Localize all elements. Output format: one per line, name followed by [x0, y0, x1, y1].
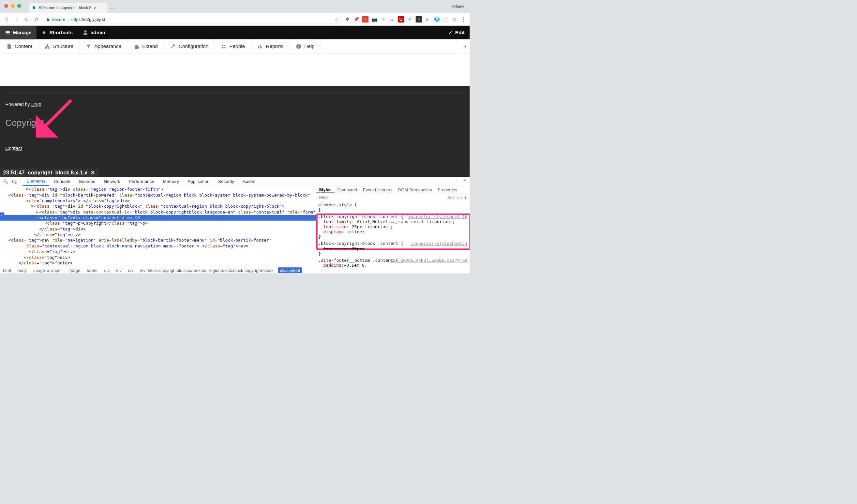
puzzle-icon — [134, 43, 139, 49]
menu-help[interactable]: ? Help — [290, 39, 321, 53]
flower-ext-icon[interactable]: ✿ — [451, 16, 458, 22]
styles-filter-input[interactable] — [319, 195, 445, 200]
svg-text:?: ? — [298, 45, 300, 48]
toolbar-user[interactable]: admin — [78, 26, 110, 39]
people-icon — [221, 43, 226, 49]
drupal-link[interactable]: Drup — [31, 102, 41, 107]
breadcrumb-crumb[interactable]: div — [115, 267, 123, 273]
camera-icon[interactable]: 📷 — [371, 16, 377, 22]
devtools-tab-memory[interactable]: Memory — [159, 177, 183, 186]
devtools-menu-icon[interactable]: ⋮ — [452, 177, 460, 185]
profile-name[interactable]: Oliver — [452, 4, 464, 10]
shield-icon[interactable]: ❋ — [380, 16, 386, 22]
ublock-icon[interactable]: U — [398, 16, 404, 22]
breadcrumb-crumb[interactable]: div — [102, 267, 112, 273]
breadcrumb-crumb[interactable]: footer — [85, 267, 100, 273]
status-close-icon[interactable]: ✕ — [91, 169, 95, 176]
hierarchy-icon — [44, 43, 50, 49]
menu-structure[interactable]: Structure — [38, 39, 80, 53]
circle-ext-icon[interactable]: ◯ — [442, 16, 449, 22]
gear-icon[interactable]: ✲ — [344, 16, 351, 22]
copyright-block: Copyright — [5, 118, 464, 128]
inspect-icon[interactable] — [2, 177, 10, 185]
cls-toggle[interactable]: .cls — [456, 195, 463, 200]
tab-title: Welcome to copyright_block 8 — [39, 5, 91, 10]
menu-content[interactable]: Content — [0, 39, 38, 53]
window-controls — [4, 4, 21, 8]
status-overlay: 23:51:47 copyright_block 8.x-1.x ✕ — [0, 169, 99, 177]
devtools-tab-audits[interactable]: Audits — [239, 177, 259, 186]
menu-extend[interactable]: Extend — [128, 39, 164, 53]
home-button[interactable] — [33, 15, 41, 23]
styles-filter-row: :hov .cls + — [316, 194, 470, 201]
toolbar-manage[interactable]: Manage — [0, 26, 36, 39]
drupal-favicon-icon — [31, 5, 36, 10]
url-host: ://d2giy.ply.st — [81, 17, 105, 21]
devtools-tab-security[interactable]: Security — [214, 177, 238, 186]
close-window-icon[interactable] — [4, 4, 8, 8]
breadcrumb-crumb[interactable]: #page — [67, 267, 82, 273]
page-content-area — [0, 53, 470, 86]
devtools-tab-console[interactable]: Console — [50, 177, 74, 186]
wrench-icon — [170, 43, 176, 49]
device-toggle-icon[interactable] — [11, 177, 18, 185]
add-rule-icon[interactable]: + — [464, 194, 467, 201]
side-tab-properties[interactable]: Properties — [435, 187, 460, 192]
cloud-icon[interactable]: ☁ — [389, 16, 395, 22]
styles-rules[interactable]: element.style {}.block-copyright-block .… — [316, 201, 470, 267]
reload-button[interactable] — [23, 15, 31, 23]
styles-sidebar: Styles Computed Event Listeners DOM Brea… — [316, 186, 470, 267]
compass-icon[interactable]: ✔ — [407, 16, 413, 22]
devtools-tab-sources[interactable]: Sources — [75, 177, 99, 186]
browser-tab[interactable]: Welcome to copyright_block 8 × — [29, 3, 107, 13]
devtools-close-icon[interactable]: × — [461, 177, 468, 185]
maximize-window-icon[interactable] — [17, 4, 21, 8]
drupal-footer: Powered by Drup Copyright Contact 23:51:… — [0, 86, 470, 177]
side-tab-computed[interactable]: Computed — [335, 187, 360, 192]
side-tab-listeners[interactable]: Event Listeners — [360, 187, 395, 192]
globe-ext-icon[interactable]: 🌐 — [433, 16, 440, 22]
breadcrumb-crumb[interactable]: div — [126, 267, 135, 273]
devtools-tab-application[interactable]: Application — [184, 177, 213, 186]
chrome-menu-icon[interactable]: ⋮ — [460, 16, 467, 22]
menu-configuration[interactable]: Configuration — [164, 39, 215, 53]
back-button[interactable] — [3, 15, 11, 23]
devtools-panel: Elements Console Sources Network Perform… — [0, 177, 470, 273]
chrome-tab-strip: Welcome to copyright_block 8 × ⋯ Oliver — [0, 0, 470, 13]
breadcrumb-crumb[interactable]: #page-wrapper — [31, 267, 64, 273]
dom-breadcrumb[interactable]: htmlbody#page-wrapper#pagefooterdivdivdi… — [0, 267, 470, 273]
menu-reports[interactable]: Reports — [251, 39, 290, 53]
contact-link[interactable]: Contact — [5, 146, 22, 151]
devtools-tab-elements[interactable]: Elements — [23, 177, 49, 186]
styles-tab-bar: Styles Computed Event Listeners DOM Brea… — [316, 186, 470, 194]
side-tab-styles[interactable]: Styles — [316, 187, 334, 193]
menu-appearance[interactable]: Appearance — [80, 39, 128, 53]
forward-button[interactable] — [13, 15, 20, 23]
drupal-admin-menu: Content Structure Appearance Extend Conf… — [0, 39, 470, 54]
breadcrumb-crumb[interactable]: div#block-copyrightblock.contextual-regi… — [138, 267, 275, 273]
tab-close-icon[interactable]: × — [94, 5, 97, 11]
side-tab-breakpoints[interactable]: DOM Breakpoints — [395, 187, 435, 192]
breadcrumb-crumb[interactable]: html — [1, 267, 13, 273]
breadcrumb-crumb[interactable]: div.content — [278, 267, 302, 273]
elements-tree[interactable]: ⋯ ▼<class="tag">div class="region region… — [0, 186, 316, 267]
hov-toggle[interactable]: :hov — [447, 195, 455, 200]
devtools-tab-performance[interactable]: Performance — [125, 177, 158, 186]
menu-people[interactable]: People — [215, 39, 251, 53]
breadcrumb-crumb[interactable]: body — [16, 267, 28, 273]
toolbar-edit[interactable]: Edit — [443, 26, 470, 39]
pin-icon[interactable]: 📌 — [353, 16, 360, 22]
toolbar-shortcuts[interactable]: Shortcuts — [36, 26, 78, 39]
minimize-window-icon[interactable] — [11, 4, 15, 8]
translate-ext-icon[interactable]: 1 — [362, 16, 369, 22]
devtools-tab-network[interactable]: Network — [100, 177, 124, 186]
play-ext-icon[interactable]: ▶ — [424, 16, 431, 22]
bookmark-star-icon[interactable]: ☆ — [335, 16, 339, 22]
address-bar[interactable]: Secure | https://d2giy.ply.st ☆ — [43, 15, 342, 23]
new-tab-button[interactable]: ⋯ — [108, 4, 117, 13]
file-icon — [6, 43, 12, 49]
calendar-ext-icon[interactable]: 13 — [416, 16, 422, 22]
secure-badge: Secure — [46, 17, 65, 21]
lock-icon — [46, 17, 50, 21]
menu-collapse-icon[interactable] — [459, 39, 470, 53]
